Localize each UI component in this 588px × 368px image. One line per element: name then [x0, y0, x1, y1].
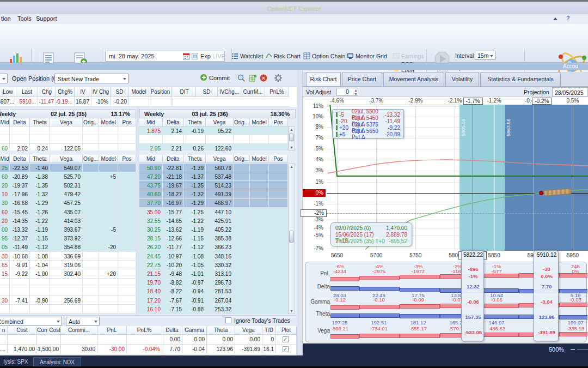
pos-col-header[interactable]: SD: [196, 87, 218, 97]
hours-button[interactable]: H: [192, 53, 198, 59]
chain-col-header[interactable]: Vega: [206, 118, 234, 126]
menu-item-support[interactable]: Support: [36, 15, 57, 22]
auto-select[interactable]: Auto: [66, 317, 100, 325]
chain-row[interactable]: 20-14.35-1.22414.03: [0, 216, 136, 225]
chain-row[interactable]: 37.70-16.97-1.29468.97: [139, 199, 288, 208]
summary-col-header[interactable]: Vega: [235, 326, 262, 335]
chain-row[interactable]: 15-9.22-1.00302.40+20: [0, 269, 136, 278]
chain-row[interactable]: 21.15-9.48-1.01313.10: [139, 269, 288, 278]
summary-col-header[interactable]: PnL%: [127, 326, 162, 335]
chain-row-splitter[interactable]: ····: [63, 150, 76, 154]
summary-col-header[interactable]: Delta: [162, 326, 182, 335]
pos-col-header[interactable]: Chg%: [56, 87, 75, 97]
chain-col-header[interactable]: Delta: [10, 118, 30, 126]
chain-col-header[interactable]: Model: [250, 155, 269, 163]
pos-col-header[interactable]: IVChg...: [218, 87, 241, 97]
scroll-thumb[interactable]: [289, 231, 294, 243]
chain-col-header[interactable]: Vega: [50, 155, 83, 163]
chain-col-header[interactable]: Theta: [30, 155, 50, 163]
chain-row[interactable]: 47.20-21.18-1.37537.48: [139, 172, 288, 181]
summary-col-header[interactable]: Cost: [8, 326, 37, 335]
vol-adjust-spinner[interactable]: 0 ▲ ▼: [336, 88, 358, 96]
chain-row[interactable]: [0, 279, 136, 287]
pos-col-header[interactable]: CurrM...: [241, 87, 265, 97]
chain-upper-row[interactable]: 2.052.210.26122.60: [139, 144, 288, 150]
chain-row[interactable]: 32.55-14.65-1.22425.91: [139, 216, 288, 225]
gear-icon[interactable]: [274, 74, 282, 83]
chain-row[interactable]: 50.90-22.81-1.39560.79: [139, 164, 288, 172]
chain-col-header[interactable]: Pos: [269, 155, 288, 163]
chain-row[interactable]: 17.20-7.67-0.91267.04: [139, 296, 288, 305]
chain-col-header[interactable]: Model: [99, 118, 118, 126]
windows-button-earnings[interactable]: Earnings: [393, 52, 424, 61]
commit-button[interactable]: Commit: [200, 74, 230, 81]
chain-col-header[interactable]: Vega: [206, 155, 234, 163]
chain-upper-row[interactable]: 1.8752.14-0.1995.22: [139, 126, 288, 135]
position-filter-select[interactable]: [0, 74, 8, 83]
chain-section-header[interactable]: Weekly02 jul. 25 (35)13.17%: [0, 109, 136, 118]
combined-select[interactable]: Combined: [0, 317, 62, 325]
chain-col-header[interactable]: Model: [250, 118, 269, 126]
collapse-ribbon-icon[interactable]: [553, 17, 558, 20]
tab-movement-analysis[interactable]: Movement Analysis: [383, 72, 444, 86]
pos-col-header[interactable]: Position: [149, 87, 172, 97]
chain-upper-row[interactable]: [0, 126, 136, 135]
chain-row[interactable]: [0, 305, 136, 313]
scroll-down-icon[interactable]: ▼: [289, 309, 295, 313]
pos-col-header[interactable]: IV: [75, 87, 91, 97]
scroll-down-icon[interactable]: ▼: [289, 146, 295, 150]
pos-col-header[interactable]: DIT: [173, 87, 196, 97]
tab-volatility[interactable]: Volatility: [445, 72, 479, 86]
chain-col-header[interactable]: Delta: [163, 118, 184, 126]
pos-col-header[interactable]: Last: [16, 87, 38, 97]
chain-row[interactable]: -6.65239.50: [139, 313, 288, 314]
summary-col-header[interactable]: Commi...: [61, 326, 97, 335]
chain-col-header[interactable]: Delta: [163, 155, 184, 163]
chain-row[interactable]: 28.15-12.66-1.15385.38: [139, 234, 288, 243]
chain-row[interactable]: 35.00-15.77-1.25447.10: [139, 208, 288, 216]
windows-button-watchlist[interactable]: Watchlist: [231, 52, 263, 61]
close-icon[interactable]: ×: [260, 74, 267, 83]
chain-upper-scrollbar[interactable]: ▲▼: [288, 126, 295, 150]
start-new-trade-select[interactable]: Start New Trade: [54, 74, 128, 83]
chain-col-header[interactable]: Pos: [269, 118, 288, 126]
plot-checkbox[interactable]: ✓: [283, 336, 289, 342]
chain-row[interactable]: 05-11.49-1.12354.88-20: [0, 243, 136, 252]
chain-row[interactable]: 18.40-8.22-0.94281.53: [139, 287, 288, 296]
chain-upper-row[interactable]: [0, 135, 136, 144]
summary-col-header[interactable]: Plot: [276, 326, 297, 335]
pos-col-header[interactable]: Low: [0, 87, 16, 97]
chain-row[interactable]: 24.45-10.97-1.08348.16: [139, 252, 288, 261]
chain-row[interactable]: 00-13.32-1.19393.67-5: [0, 225, 136, 234]
summary-col-header[interactable]: Theta: [207, 326, 235, 335]
chain-row[interactable]: 60-20.89-1.38525.70+5: [0, 172, 136, 181]
chain-row[interactable]: 19.70-8.82-0.97296.73: [139, 279, 288, 287]
chain-row[interactable]: 26.20-11.77-1.12366.23: [139, 243, 288, 252]
chain-col-header[interactable]: Mid: [0, 155, 10, 163]
chain-row[interactable]: 10-17.96-1.32479.42: [0, 190, 136, 199]
chain-row[interactable]: 16.10-7.15-0.88253.32: [139, 305, 288, 313]
summary-col-header[interactable]: n: [0, 326, 8, 335]
help-icon[interactable]: ?: [566, 15, 570, 21]
chain-col-header[interactable]: Orig...: [234, 155, 250, 163]
zoom-slider[interactable]: [577, 349, 588, 349]
chain-main-scrollbar[interactable]: ▲▼: [288, 164, 295, 314]
chain-section-header[interactable]: Weekly03 jul. 25 (36)18.30%: [139, 109, 296, 118]
chain-upper-row[interactable]: 602.020.24122.05: [0, 144, 136, 150]
tab-risk-chart[interactable]: Risk Chart: [306, 72, 341, 86]
chain-row[interactable]: 25-22.53-1.40549.07: [0, 164, 136, 172]
chain-col-header[interactable]: Model: [99, 155, 118, 163]
chain-col-header[interactable]: Vega: [50, 118, 83, 126]
chain-row[interactable]: [0, 287, 136, 296]
menu-item-tools[interactable]: Tools: [17, 15, 32, 22]
chain-col-header[interactable]: Theta: [184, 118, 206, 126]
pos-col-header[interactable]: Model: [129, 87, 149, 97]
scroll-up-icon[interactable]: ▲: [289, 165, 295, 169]
scroll-thumb[interactable]: [289, 134, 294, 141]
chain-row[interactable]: 22.75-10.20-1.05330.32: [139, 261, 288, 269]
chain-col-header[interactable]: Mid: [139, 155, 163, 163]
ignore-trades-checkbox[interactable]: [225, 317, 231, 323]
tab-statistics-fundamentals[interactable]: Statistics & Fundamentals: [480, 72, 561, 86]
trading-date-input[interactable]: mi. 28 may. 2025 H Exp LIVE: [105, 51, 225, 62]
chain-row-splitter[interactable]: ····: [212, 150, 225, 154]
